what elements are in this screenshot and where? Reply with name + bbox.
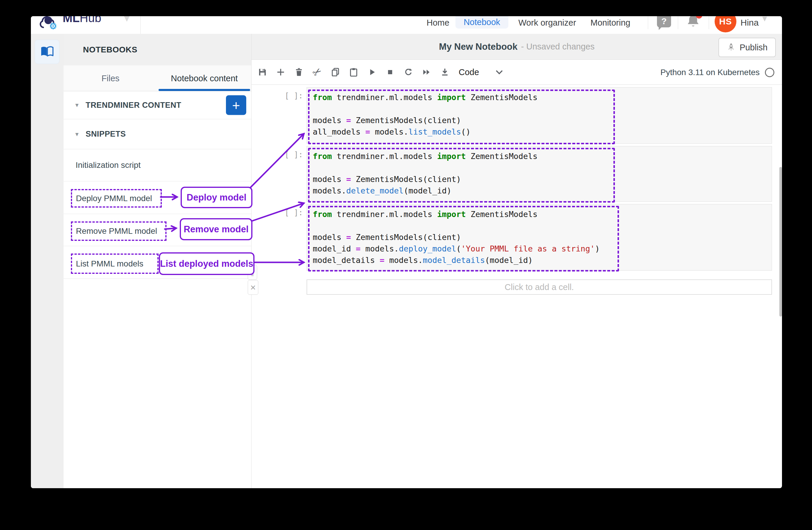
section-label: SNIPPETS bbox=[86, 129, 126, 139]
snippet-initialization-script[interactable]: Initialization script bbox=[63, 149, 251, 181]
nav-divider bbox=[678, 16, 678, 29]
publish-label: Publish bbox=[740, 43, 768, 52]
paste-cell-icon[interactable] bbox=[348, 67, 359, 78]
sidebar-title: NOTEBOOKS bbox=[83, 45, 137, 55]
brand-hub: Hub bbox=[80, 16, 101, 25]
callout-list-deployed-models: List deployed models bbox=[159, 252, 255, 275]
tab-files[interactable]: Files bbox=[63, 65, 157, 91]
cell-type-chevron-down-icon[interactable] bbox=[495, 70, 503, 74]
rocket-icon bbox=[727, 43, 736, 52]
cut-cell-icon[interactable]: ✂ bbox=[309, 65, 325, 80]
notebook-title: My New Notebook bbox=[439, 42, 518, 52]
nav-divider bbox=[709, 16, 709, 29]
mlhub-logo-icon: ⚙ bbox=[39, 16, 59, 31]
user-chevron-down-icon[interactable]: ▾ bbox=[762, 16, 767, 24]
nav-item-home[interactable]: Home bbox=[426, 16, 449, 34]
run-cell-icon[interactable] bbox=[366, 67, 377, 78]
nav-item-monitoring[interactable]: Monitoring bbox=[591, 16, 630, 34]
snippet-label: Initialization script bbox=[76, 161, 141, 170]
left-rail bbox=[31, 34, 63, 488]
kernel-name: Python 3.11 on Kubernetes bbox=[661, 68, 760, 77]
tab-notebook-content[interactable]: Notebook content bbox=[157, 65, 251, 91]
tab-notebook-content-label: Notebook content bbox=[171, 74, 238, 83]
user-name[interactable]: Hina bbox=[740, 16, 759, 34]
brand-ml: ML bbox=[63, 16, 80, 25]
callout-remove-model: Remove model bbox=[180, 218, 252, 240]
nav-divider bbox=[648, 16, 648, 29]
cell-prompt: [ ]: bbox=[279, 150, 303, 159]
notebooks-panel-button[interactable] bbox=[35, 40, 59, 64]
annotation-box-remove-snippet[interactable]: Remove PMML model bbox=[71, 221, 166, 241]
kernel-status: Python 3.11 on Kubernetes bbox=[661, 60, 774, 85]
annotation-box-list-snippet[interactable]: List PMML models bbox=[71, 253, 159, 274]
notifications-bell-icon[interactable] bbox=[685, 16, 702, 29]
top-nav: ⚙ MLHub ▾ Home Notebook Work organizer M… bbox=[31, 16, 782, 34]
notebook-header: My New Notebook - Unsaved changes Publis… bbox=[251, 34, 782, 60]
snippet-label: List PMML models bbox=[76, 259, 143, 268]
add-cell-icon[interactable] bbox=[275, 67, 286, 78]
snippet-label: Remove PMML model bbox=[76, 226, 157, 236]
book-icon bbox=[40, 46, 54, 58]
add-cell-placeholder[interactable]: Click to add a cell. bbox=[307, 279, 772, 295]
sidebar-header: NOTEBOOKS bbox=[63, 34, 251, 65]
nav-item-notebook[interactable]: Notebook bbox=[455, 16, 508, 29]
cell-prompt: [ ]: bbox=[279, 208, 303, 217]
kernel-idle-icon[interactable] bbox=[765, 68, 774, 77]
publish-button[interactable]: Publish bbox=[719, 38, 776, 57]
code-cell[interactable]: from trendminer.ml.models import Zementi… bbox=[307, 204, 772, 270]
save-icon[interactable] bbox=[257, 67, 268, 78]
brand-area[interactable]: ⚙ MLHub ▾ bbox=[31, 16, 141, 34]
copy-cell-icon[interactable] bbox=[330, 67, 341, 78]
callout-deploy-model: Deploy model bbox=[180, 187, 252, 208]
panel-close-icon[interactable]: × bbox=[248, 280, 258, 295]
collapse-triangle-icon[interactable]: ▾ bbox=[75, 101, 78, 109]
code-cell[interactable]: from trendminer.ml.models import Zementi… bbox=[307, 87, 772, 144]
app-window: ⚙ MLHub ▾ Home Notebook Work organizer M… bbox=[31, 16, 782, 488]
annotation-box-deploy-snippet[interactable]: Deploy PMML model bbox=[71, 189, 162, 208]
svg-text:⚙: ⚙ bbox=[49, 21, 57, 31]
vertical-scrollbar[interactable] bbox=[779, 167, 782, 317]
snippet-label: Deploy PMML model bbox=[76, 194, 152, 203]
user-avatar[interactable]: HS bbox=[715, 16, 736, 32]
delete-cell-icon[interactable] bbox=[293, 67, 304, 78]
collapse-triangle-icon[interactable]: ▾ bbox=[75, 130, 78, 138]
add-content-button[interactable]: + bbox=[226, 95, 246, 115]
unsaved-changes-status: - Unsaved changes bbox=[521, 42, 595, 52]
active-tab-underline bbox=[159, 89, 250, 91]
code-cell[interactable]: from trendminer.ml.models import Zementi… bbox=[307, 146, 772, 202]
cell-type-select[interactable]: Code bbox=[459, 67, 479, 77]
nav-item-work-organizer[interactable]: Work organizer bbox=[518, 16, 576, 34]
section-snippets[interactable]: ▾ SNIPPETS bbox=[63, 119, 251, 149]
stop-kernel-icon[interactable] bbox=[385, 67, 396, 78]
download-icon[interactable] bbox=[439, 67, 450, 78]
notebook-toolbar: ✂ Code Python 3.11 on Kubernetes bbox=[251, 60, 782, 85]
restart-kernel-icon[interactable] bbox=[403, 67, 414, 78]
section-trendminer-content[interactable]: ▾ TRENDMINER CONTENT + bbox=[63, 91, 251, 119]
cell-prompt: [ ]: bbox=[279, 91, 303, 100]
brand-chevron-down-icon[interactable]: ▾ bbox=[124, 16, 130, 25]
brand-name: MLHub bbox=[63, 16, 101, 25]
help-icon[interactable]: ? bbox=[657, 16, 671, 27]
run-all-icon[interactable] bbox=[421, 67, 432, 78]
section-label: TRENDMINER CONTENT bbox=[86, 101, 181, 110]
sidebar-tabs: Files Notebook content bbox=[63, 65, 251, 91]
